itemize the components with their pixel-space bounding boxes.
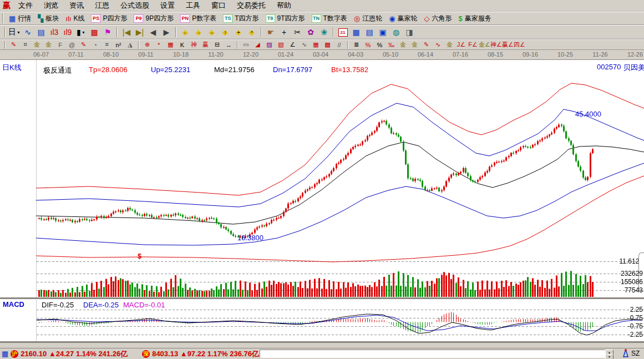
draw-tool-gold-line-button[interactable]: 金 (409, 40, 420, 49)
draw-tool-star-tool-button[interactable]: * (153, 40, 165, 49)
toolbar-button-winner-wheel[interactable]: ◉赢家轮 (386, 12, 420, 24)
toolbar-button-t-number-table[interactable]: TNT数字表 (308, 12, 351, 24)
draw-tool-four-angle-button[interactable]: 四∠ (514, 40, 525, 49)
draw-tool-gold-section-button[interactable]: 金 (444, 40, 455, 49)
tool-erase-drawing-button[interactable]: ✂ (291, 26, 304, 38)
menu-item-help[interactable]: 帮助 (271, 1, 297, 11)
toolbar-button-sectors[interactable]: ▚板块 (34, 12, 62, 24)
draw-tool-parallel-lines-button[interactable]: // (333, 40, 345, 49)
menu-item-browse[interactable]: 浏览 (38, 1, 64, 11)
horizontal-scrollbar[interactable] (0, 342, 644, 348)
tool-go-first-button[interactable]: |◀ (120, 26, 133, 38)
draw-tool-square-of-nine-button[interactable]: n² (113, 40, 124, 49)
draw-tool-radiating-lines-button[interactable]: ◢ (252, 40, 263, 49)
draw-tool-gold-time-grid-button[interactable]: 金 (43, 40, 54, 49)
menu-item-window[interactable]: 窗口 (206, 1, 231, 11)
draw-tool-magic-number-button[interactable]: 神 (188, 40, 200, 49)
menu-item-gann[interactable]: 江恩 (89, 1, 115, 11)
command-input[interactable] (260, 350, 612, 358)
draw-tool-speed-lines-button[interactable]: ▧ (275, 40, 287, 49)
draw-tool-shen-angle-button[interactable]: 神∠ (490, 40, 502, 49)
draw-tool-grid-b-button[interactable]: ▩ (322, 40, 333, 49)
tool-net-globe-button[interactable]: ◍ (389, 26, 403, 38)
tool-candle-style-button[interactable]: ▮▼ (74, 26, 88, 38)
draw-tool-width-arrows-button[interactable]: ↔ (223, 40, 235, 49)
tool-chart-window-button[interactable]: ∿ (21, 26, 34, 38)
tool-period-day-button[interactable]: 日▼ (8, 26, 21, 38)
spinner-down-button[interactable]: ▼ (605, 354, 613, 359)
tool-flag-mark-button[interactable]: ⚑ (101, 26, 114, 38)
draw-tool-win-angle-button[interactable]: 赢∠ (502, 40, 514, 49)
tool-diamond-right-button[interactable]: ◆→ (192, 26, 205, 38)
toolbar-button-t-square[interactable]: TST四方形 (220, 12, 262, 24)
tool-save-screen-button[interactable]: ▣ (376, 26, 389, 38)
draw-tool-fibonacci-grid-button[interactable]: F (54, 40, 66, 49)
draw-tool-grid-star-button[interactable]: ▦ (165, 40, 176, 49)
toolbar-button-hexagon[interactable]: ◇六角形 (421, 12, 455, 24)
tool-page-prev-button[interactable]: ◀ (146, 26, 160, 38)
draw-tool-permille-line-button[interactable]: ‰ (386, 40, 397, 49)
tool-matrix-calc-button[interactable]: ▦ (349, 26, 363, 38)
draw-tool-wave-tool-button[interactable]: ∿ (298, 40, 310, 49)
tool-calendar-21-button[interactable]: 21 (336, 26, 349, 38)
draw-tool-trend-angle-button[interactable]: ∠ (287, 40, 298, 49)
market-grid-icon[interactable]: ▦ (2, 350, 8, 358)
toolbar-button-kline[interactable]: ılıK线 (62, 12, 88, 24)
draw-tool-rect-tool-button[interactable]: ▭ (240, 40, 252, 49)
toolbar-button-winner-service[interactable]: $赢家服务 (455, 12, 495, 24)
tool-red-frame-button[interactable]: ▩ (88, 26, 101, 38)
toolbar-button-9t-square[interactable]: T99T四方形 (262, 12, 308, 24)
tool-f10-info-button[interactable]: ▤ (34, 26, 48, 38)
draw-tool-grid-a-button[interactable]: ▦ (310, 40, 322, 49)
tool-crosshair-button[interactable]: + (277, 26, 291, 38)
tool-notes-button[interactable]: ▤ (363, 26, 376, 38)
draw-tool-volatility-button[interactable]: ∿ (432, 40, 444, 49)
menu-item-news[interactable]: 资讯 (64, 1, 89, 11)
draw-tool-brush-button[interactable]: ✎ (8, 40, 19, 49)
draw-tool-gold-price-grid-button[interactable]: 金 (31, 40, 43, 49)
tool-diamond-move-button[interactable]: ◆* (245, 26, 258, 38)
toolbar-button-p-number-table[interactable]: PNP数字表 (177, 12, 220, 24)
menu-item-formula-stock-pick[interactable]: 公式选股 (115, 1, 155, 11)
tool-page-next-button[interactable]: ▶ (160, 26, 173, 38)
tool-pan-hand-button[interactable]: ☛ (264, 26, 277, 38)
tool-diamond-vertical-button[interactable]: ◆↕ (219, 26, 232, 38)
draw-tool-time-circle-button[interactable]: ◔ (89, 40, 101, 49)
draw-tool-time-ruler-button[interactable]: ⌗ (101, 40, 113, 49)
tool-go-last-button[interactable]: ▶| (133, 26, 146, 38)
draw-tool-measure-button[interactable]: ≣ (351, 40, 362, 49)
menu-item-settings[interactable]: 设置 (155, 1, 180, 11)
draw-tool-gold-circle-button[interactable]: 金 (397, 40, 409, 49)
toolbar-button-p-square[interactable]: PSP四方形 (88, 12, 130, 24)
tool-diamond-cross-button[interactable]: ◆+ (232, 26, 245, 38)
draw-tool-percent-button[interactable]: % (374, 40, 386, 49)
draw-tool-gold-angle-button[interactable]: 金∠ (479, 40, 490, 49)
menu-item-file[interactable]: 文件 (13, 1, 38, 11)
draw-tool-k-mark-button[interactable]: K (176, 40, 188, 49)
draw-tool-protractor-button[interactable]: ◮ (124, 40, 136, 49)
toolbar-button-9p-square[interactable]: P99P四方形 (130, 12, 177, 24)
draw-tool-f-angle-button[interactable]: F∠ (467, 40, 479, 49)
kline-chart-canvas[interactable] (0, 60, 644, 342)
tool-remote-pc-button[interactable]: ◨ (403, 26, 416, 38)
draw-tool-spiral-button[interactable]: @ (66, 40, 78, 49)
toolbar-button-gann-wheel[interactable]: ◎江恩轮 (351, 12, 386, 24)
draw-tool-gann-box-button[interactable]: ▨ (263, 40, 275, 49)
draw-tool-brush-2-button[interactable]: ✎ (78, 40, 89, 49)
draw-tool-gann-grid-button[interactable]: ⌗ (19, 40, 31, 49)
menu-item-tools[interactable]: 工具 (180, 1, 206, 11)
draw-tool-winner-mark-button[interactable]: 赢 (200, 40, 211, 49)
menu-item-trade-order[interactable]: 交易委托 (231, 1, 271, 11)
tool-diamond-left-button[interactable]: ◆← (179, 26, 192, 38)
draw-tool-ruler-123-button[interactable]: ⊟ (211, 40, 223, 49)
tool-mini-chart-9-button[interactable]: ıl9 (61, 26, 74, 38)
draw-tool-ink-bars-button[interactable]: ✎ (420, 40, 432, 49)
tool-mini-chart-3-button[interactable]: ıl3 (48, 26, 61, 38)
tool-tool-flower-button[interactable]: ✿ (304, 26, 317, 38)
tool-tool-brain-button[interactable]: ❀ (317, 26, 331, 38)
draw-tool-j-angle-button[interactable]: J∠ (455, 40, 467, 49)
tool-diamond-horizontal-button[interactable]: ◆↔ (205, 26, 219, 38)
draw-tool-percent-resist-button[interactable]: % (362, 40, 374, 49)
toolbar-button-quotes[interactable]: ▦行情 (6, 12, 34, 24)
draw-tool-circle-cross-button[interactable]: ⊕ (141, 40, 153, 49)
